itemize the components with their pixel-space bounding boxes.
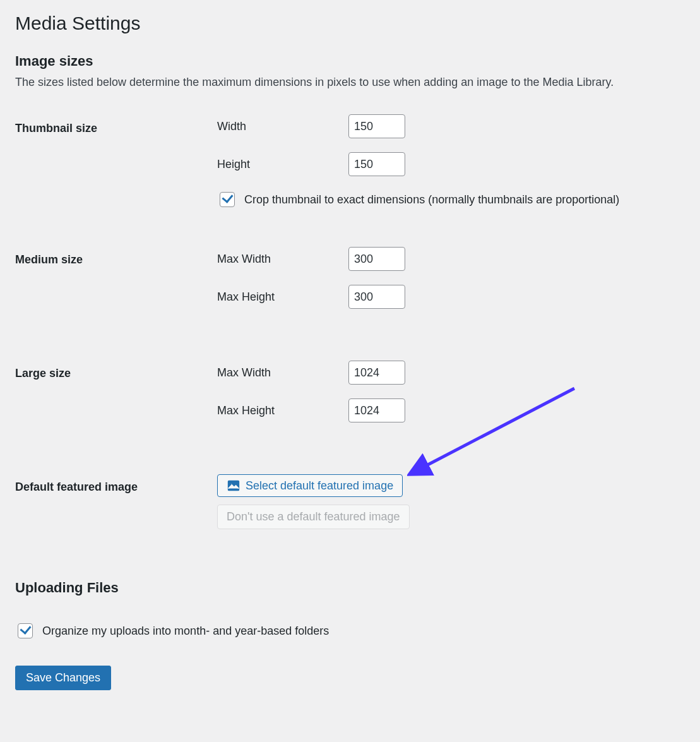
medium-size-label: Medium size bbox=[15, 222, 217, 335]
large-max-width-input[interactable] bbox=[348, 361, 405, 385]
medium-max-height-input[interactable] bbox=[348, 285, 405, 309]
large-max-height-label: Max Height bbox=[217, 404, 348, 417]
thumbnail-width-input[interactable] bbox=[348, 114, 405, 138]
image-sizes-description: The sizes listed below determine the max… bbox=[15, 76, 685, 89]
image-sizes-heading: Image sizes bbox=[15, 53, 685, 69]
large-size-label: Large size bbox=[15, 335, 217, 449]
thumbnail-size-label: Thumbnail size bbox=[15, 114, 217, 222]
large-max-width-label: Max Width bbox=[217, 366, 348, 380]
medium-max-width-label: Max Width bbox=[217, 253, 348, 266]
organize-uploads-label: Organize my uploads into month- and year… bbox=[42, 625, 329, 638]
thumbnail-crop-checkbox[interactable] bbox=[220, 192, 235, 207]
organize-uploads-checkbox[interactable] bbox=[18, 623, 33, 638]
svg-rect-0 bbox=[228, 481, 239, 491]
medium-max-height-label: Max Height bbox=[217, 290, 348, 304]
default-featured-label: Default featured image bbox=[15, 449, 217, 542]
thumbnail-crop-label: Crop thumbnail to exact dimensions (norm… bbox=[244, 193, 619, 206]
thumbnail-height-input[interactable] bbox=[348, 152, 405, 176]
save-changes-button[interactable]: Save Changes bbox=[15, 666, 111, 690]
select-default-featured-button[interactable]: Select default featured image bbox=[217, 474, 403, 497]
dont-use-default-button: Don't use a default featured image bbox=[217, 505, 410, 529]
medium-max-width-input[interactable] bbox=[348, 247, 405, 271]
thumbnail-width-label: Width bbox=[217, 120, 348, 133]
uploading-files-heading: Uploading Files bbox=[15, 580, 685, 596]
page-title: Media Settings bbox=[15, 13, 685, 34]
large-max-height-input[interactable] bbox=[348, 398, 405, 422]
thumbnail-height-label: Height bbox=[217, 158, 348, 171]
image-icon bbox=[227, 479, 240, 493]
select-default-featured-button-label: Select default featured image bbox=[246, 479, 393, 493]
dont-use-default-button-label: Don't use a default featured image bbox=[227, 510, 400, 523]
